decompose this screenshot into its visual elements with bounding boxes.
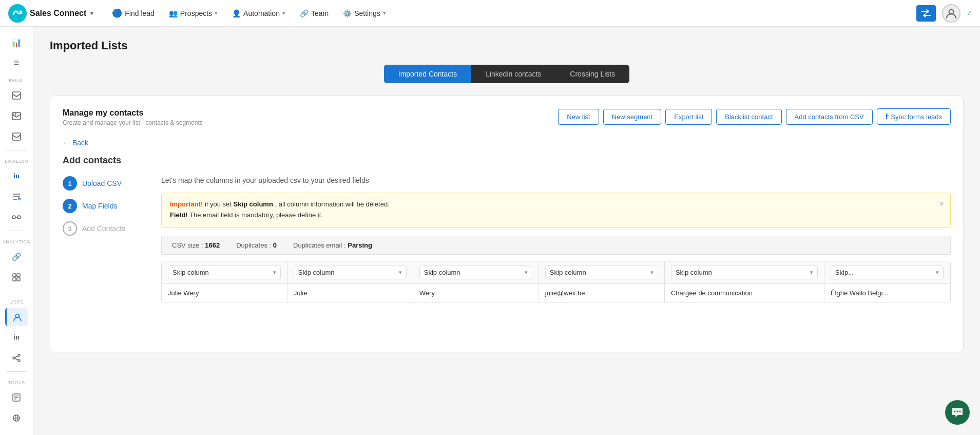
- back-arrow-icon: ←: [63, 139, 70, 147]
- prospects-label: Prospects: [180, 9, 212, 17]
- nav-settings[interactable]: ⚙️ Settings ▾: [337, 6, 392, 21]
- duplicates-value: 0: [273, 241, 277, 249]
- sidebar-item-share[interactable]: [5, 349, 28, 367]
- warning-line2-rest: The email field is mandatory, please def…: [189, 211, 323, 219]
- step-1-num: 1: [68, 180, 71, 187]
- sidebar-item-tool2[interactable]: [5, 409, 28, 427]
- sidebar-item-linkedin-connect[interactable]: [5, 208, 28, 226]
- share-icon: [12, 354, 21, 362]
- tab-imported-contacts[interactable]: Imported Contacts: [384, 65, 471, 83]
- manage-subtitle: Create and manage your list - contacts &…: [63, 119, 203, 126]
- tool2-icon: [12, 414, 21, 422]
- sidebar-divider-3: [6, 291, 27, 291]
- sidebar-item-email-inbox[interactable]: [5, 86, 28, 105]
- step-3-num: 3: [68, 225, 71, 233]
- col-select-1-label: Skip column: [172, 269, 209, 276]
- warning-box: Important! if you set Skip column , all …: [161, 193, 951, 228]
- col-header-4: Skip column ▾: [539, 261, 664, 284]
- tab-crossing-lists[interactable]: Crossing Lists: [555, 65, 629, 83]
- step-2-circle: 2: [63, 199, 77, 213]
- nav-prospects[interactable]: 👥 Prospects ▾: [163, 6, 224, 21]
- blacklist-contact-button[interactable]: Blacklist contact: [716, 109, 781, 125]
- sidebar-item-tool1[interactable]: [5, 388, 28, 407]
- tool1-icon: [12, 393, 21, 402]
- sidebar-item-linkedin[interactable]: in: [5, 167, 28, 185]
- export-list-button[interactable]: Export list: [665, 109, 712, 125]
- avatar-check: ✓: [967, 10, 972, 17]
- col-select-6[interactable]: Skip... ▾: [831, 266, 944, 279]
- tab-group: Imported Contacts Linkedin contacts Cros…: [384, 65, 630, 83]
- menu-icon: ≡: [14, 58, 20, 68]
- col-select-3-caret: ▾: [525, 269, 528, 276]
- col-select-4[interactable]: Skip column ▾: [545, 266, 658, 279]
- new-segment-button[interactable]: New segment: [603, 109, 661, 125]
- nav-team[interactable]: 🔗 Team: [294, 6, 335, 21]
- sidebar-item-contacts[interactable]: [5, 308, 28, 326]
- sidebar-item-analytics-grid[interactable]: [5, 268, 28, 287]
- avatar-icon: [946, 8, 957, 19]
- col-select-5[interactable]: Skip column ▾: [671, 266, 818, 279]
- sidebar-item-email-list[interactable]: [5, 107, 28, 125]
- step-3: 3 Add Contacts: [63, 221, 145, 236]
- sidebar-item-menu[interactable]: ≡: [5, 53, 28, 72]
- col-select-3[interactable]: Skip column ▾: [419, 266, 532, 279]
- automation-label: Automation: [243, 9, 280, 17]
- switch-button[interactable]: [916, 5, 936, 22]
- chat-icon: [951, 407, 964, 418]
- email-section-label: EMAIL: [0, 78, 33, 83]
- page-title: Imported Lists: [50, 39, 964, 52]
- col-select-1[interactable]: Skip column ▾: [168, 266, 281, 279]
- step-2: 2 Map Fields: [63, 199, 145, 213]
- col-select-6-label: Skip...: [835, 269, 854, 276]
- stats-bar: CSV size : 1662 Duplicates : 0 Duplicate…: [161, 236, 951, 255]
- col-select-2[interactable]: Skip column ▾: [294, 266, 407, 279]
- step-3-label: Add Contacts: [82, 224, 125, 233]
- sidebar-item-email-compose[interactable]: [5, 127, 28, 146]
- new-list-button[interactable]: New list: [558, 109, 599, 125]
- add-contacts-csv-button[interactable]: Add contacts from CSV: [786, 109, 873, 125]
- chat-bubble[interactable]: [945, 400, 970, 425]
- svg-point-22: [18, 360, 20, 362]
- linkedin-list-icon: in: [12, 193, 21, 200]
- cell-4: julie@wex.be: [539, 283, 664, 302]
- brand-name: Sales Connect: [30, 9, 86, 18]
- svg-rect-16: [17, 274, 20, 277]
- nav-items: 🔵 Find lead 👥 Prospects ▾ 👤 Automation ▾…: [106, 5, 916, 21]
- sidebar-item-linkedin-list[interactable]: in: [5, 187, 28, 206]
- col-header-6: Skip... ▾: [824, 261, 950, 284]
- csv-table-wrapper: Skip column ▾ Skip column ▾: [161, 261, 951, 302]
- dup-email-value: Parsing: [348, 241, 372, 249]
- col-select-5-label: Skip column: [676, 269, 712, 276]
- sidebar-divider-2: [6, 231, 27, 231]
- sidebar-divider-1: [6, 150, 27, 150]
- warning-field: Field!: [170, 211, 188, 219]
- warning-skip-column: Skip column: [234, 200, 273, 208]
- duplicates-stat: Duplicates : 0: [236, 241, 277, 249]
- manage-header: Manage my contacts Create and manage you…: [63, 108, 951, 126]
- tab-bar: Imported Contacts Linkedin contacts Cros…: [50, 65, 964, 83]
- csv-size-label: CSV size :: [172, 241, 203, 249]
- user-avatar[interactable]: [942, 4, 960, 23]
- col-select-4-label: Skip column: [550, 269, 586, 276]
- nav-automation[interactable]: 👤 Automation ▾: [226, 6, 292, 21]
- col-select-4-caret: ▾: [650, 269, 654, 276]
- nav-find-lead[interactable]: 🔵 Find lead: [106, 5, 161, 21]
- analytics-link-icon: 🔗: [12, 252, 22, 261]
- app-logo[interactable]: Sales Connect ▾: [8, 4, 93, 23]
- sync-forms-leads-button[interactable]: f Sync forms leads: [877, 108, 951, 125]
- back-link[interactable]: ← Back: [63, 139, 88, 147]
- sidebar-item-linkedin-lists[interactable]: in: [5, 328, 28, 347]
- svg-rect-2: [12, 92, 21, 99]
- duplicates-label: Duplicates :: [236, 241, 271, 249]
- sidebar-item-chart[interactable]: 📊: [5, 33, 28, 51]
- col-select-3-label: Skip column: [424, 269, 460, 276]
- warning-close-button[interactable]: ×: [939, 197, 944, 211]
- tab-linkedin-contacts[interactable]: Linkedin contacts: [471, 65, 555, 83]
- col-select-1-caret: ▾: [273, 269, 276, 276]
- step-1-label: Upload CSV: [82, 179, 122, 187]
- col-select-2-caret: ▾: [399, 269, 402, 276]
- switch-icon: [921, 9, 931, 17]
- lists-section-label: LISTS: [0, 299, 33, 305]
- col-header-2: Skip column ▾: [287, 261, 413, 284]
- sidebar-item-analytics-link[interactable]: 🔗: [5, 248, 28, 266]
